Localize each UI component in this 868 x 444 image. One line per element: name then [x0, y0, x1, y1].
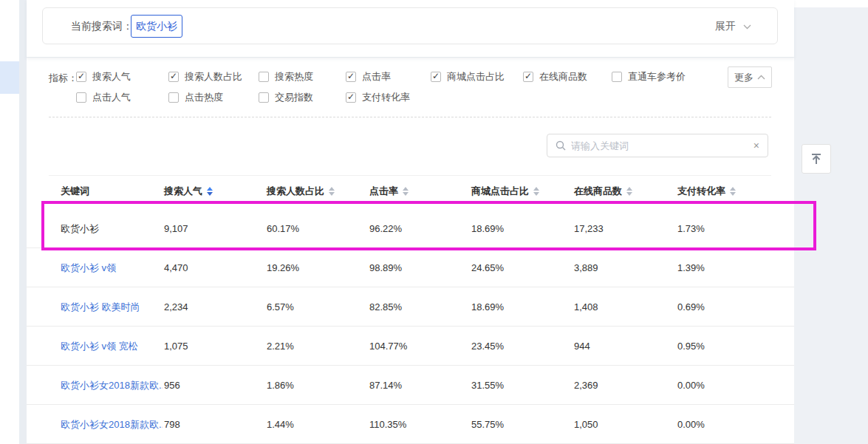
- clear-icon[interactable]: ×: [753, 140, 759, 151]
- sort-icon: [403, 187, 409, 196]
- keyword-search-input[interactable]: [571, 140, 753, 151]
- sort-icon: [730, 187, 736, 196]
- checkbox-icon: [431, 72, 441, 82]
- chevron-down-icon: [743, 24, 751, 30]
- checkbox-icon: [168, 72, 179, 82]
- metric-checkbox-ztc-reference-price[interactable]: 直通车参考价: [612, 71, 686, 83]
- value-cell: 798: [164, 405, 180, 444]
- back-to-top-icon: [809, 151, 824, 166]
- top-strip: [794, 0, 868, 7]
- sort-icon: [207, 187, 213, 196]
- value-cell: 87.14%: [369, 366, 402, 405]
- value-cell: 1,050: [574, 405, 598, 444]
- col-header-mall-click-ratio[interactable]: 商城点击占比: [471, 180, 539, 203]
- value-cell: 4,470: [164, 248, 188, 287]
- metric-checkbox-transaction-index[interactable]: 交易指数: [259, 92, 313, 103]
- value-cell: 17,233: [574, 209, 604, 248]
- keyword-link[interactable]: 欧货小衫女2018新款欧..: [61, 405, 163, 444]
- sort-icon: [329, 187, 335, 196]
- back-to-top-button[interactable]: [802, 144, 831, 174]
- value-cell: 956: [164, 366, 180, 405]
- value-cell: 19.26%: [267, 248, 299, 287]
- value-cell: 0.00%: [677, 405, 705, 444]
- value-cell: 3,889: [574, 248, 598, 287]
- keyword-link[interactable]: 欧货小衫女2018新款欧..: [61, 366, 163, 405]
- metric-checkbox-payment-conversion[interactable]: 支付转化率: [346, 92, 410, 103]
- value-cell: 55.75%: [471, 405, 504, 444]
- checkbox-icon: [76, 92, 86, 103]
- metric-checkbox-mall-click-ratio[interactable]: 商城点击占比: [431, 71, 505, 83]
- more-button[interactable]: 更多: [728, 66, 772, 88]
- table-row: 欧货小衫 v领 宽松 1,075 2.21% 104.77% 23.45% 94…: [27, 327, 794, 366]
- checkbox-icon: [76, 72, 86, 82]
- value-cell: 24.65%: [471, 248, 504, 287]
- metric-checkbox-search-user-ratio[interactable]: 搜索人数占比: [168, 71, 242, 83]
- value-cell: 0.69%: [677, 287, 705, 327]
- value-cell: 18.69%: [471, 287, 504, 327]
- value-cell: 23.45%: [471, 327, 504, 366]
- value-cell: 82.85%: [369, 287, 402, 327]
- value-cell: 0.95%: [677, 327, 705, 366]
- checkbox-icon: [259, 92, 269, 103]
- keyword-link[interactable]: 欧货小衫 v领: [61, 248, 163, 287]
- current-term-button[interactable]: 欧货小衫: [131, 15, 182, 38]
- sort-icon: [533, 187, 539, 196]
- col-header-search-popularity[interactable]: 搜索人气: [164, 180, 213, 203]
- col-header-payment-conversion[interactable]: 支付转化率: [677, 180, 736, 203]
- value-cell: 9,107: [164, 209, 188, 248]
- value-cell: 6.57%: [267, 287, 294, 327]
- checkbox-icon: [259, 72, 269, 82]
- value-cell: 96.22%: [369, 209, 402, 248]
- keyword-search-box: ×: [547, 134, 768, 157]
- metric-checkbox-click-rate[interactable]: 点击率: [346, 71, 391, 83]
- sidebar-active-item[interactable]: [0, 61, 19, 94]
- value-cell: 104.77%: [369, 327, 407, 366]
- main-content: 当前搜索词： 欧货小衫 展开 指标： 搜索人气 搜索人数占比 搜索热度 点击率 …: [27, 0, 794, 444]
- checkbox-icon: [346, 72, 356, 82]
- value-cell: 1.44%: [267, 405, 294, 444]
- col-header-keyword: 关键词: [61, 180, 89, 203]
- metrics-label: 指标：: [49, 72, 78, 85]
- value-cell: 1.73%: [677, 209, 705, 248]
- table-row: 欧货小衫 9,107 60.17% 96.22% 18.69% 17,233 1…: [27, 209, 794, 248]
- table-top-border: [49, 175, 771, 176]
- value-cell: 1.39%: [677, 248, 705, 287]
- value-cell: 110.35%: [369, 405, 406, 444]
- col-header-click-rate[interactable]: 点击率: [369, 180, 409, 203]
- current-term-card: 当前搜索词： 欧货小衫 展开: [42, 7, 778, 44]
- value-cell: 2.21%: [267, 327, 294, 366]
- value-cell: 0.00%: [677, 366, 705, 405]
- col-header-online-products[interactable]: 在线商品数: [574, 180, 632, 203]
- table-row: 欧货小衫 v领 4,470 19.26% 98.89% 24.65% 3,889…: [27, 248, 794, 287]
- value-cell: 2,234: [164, 287, 188, 327]
- value-cell: 60.17%: [267, 209, 299, 248]
- keyword-cell: 欧货小衫: [61, 209, 163, 248]
- table-row: 欧货小衫女2018新款欧.. 956 1.86% 87.14% 31.55% 2…: [27, 366, 794, 405]
- chevron-up-icon: [757, 75, 765, 80]
- metric-checkbox-search-popularity[interactable]: 搜索人气: [76, 71, 131, 83]
- metric-checkbox-search-heat[interactable]: 搜索热度: [259, 71, 313, 83]
- metric-checkbox-click-heat[interactable]: 点击热度: [168, 92, 223, 103]
- value-cell: 31.55%: [471, 366, 504, 405]
- value-cell: 98.89%: [369, 248, 402, 287]
- value-cell: 1.86%: [267, 366, 294, 405]
- current-term-section: 当前搜索词： 欧货小衫 展开: [27, 0, 794, 58]
- expand-button[interactable]: 展开: [715, 8, 751, 44]
- sort-icon: [626, 187, 632, 196]
- metric-checkbox-online-products[interactable]: 在线商品数: [523, 71, 587, 83]
- keyword-link[interactable]: 欧货小衫 欧美时尚: [61, 287, 163, 327]
- search-icon: [556, 140, 566, 151]
- value-cell: 1,408: [574, 287, 598, 327]
- current-term-label: 当前搜索词：: [71, 8, 133, 44]
- table-row: 欧货小衫 欧美时尚 2,234 6.57% 82.85% 18.69% 1,40…: [27, 287, 794, 327]
- keyword-link[interactable]: 欧货小衫 v领 宽松: [61, 327, 163, 366]
- value-cell: 1,075: [164, 327, 188, 366]
- checkbox-icon: [612, 72, 622, 82]
- table-header: 关键词 搜索人气 搜索人数占比 点击率 商城点击占比 在线商品数 支付转化率: [27, 180, 794, 203]
- table-row: 欧货小衫女2018新款欧.. 798 1.44% 110.35% 55.75% …: [27, 405, 794, 444]
- checkbox-icon: [346, 92, 356, 103]
- section-divider: [49, 117, 771, 117]
- checkbox-icon: [523, 72, 533, 82]
- col-header-search-user-ratio[interactable]: 搜索人数占比: [267, 180, 335, 203]
- metric-checkbox-click-popularity[interactable]: 点击人气: [76, 92, 131, 103]
